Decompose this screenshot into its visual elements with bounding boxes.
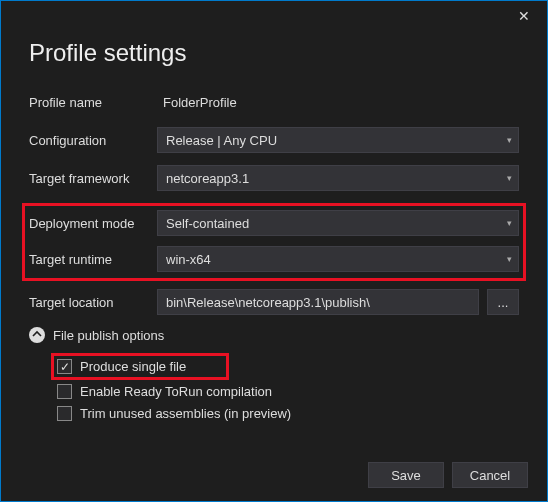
profile-name-label: Profile name [29, 95, 157, 110]
deployment-mode-dropdown[interactable]: Self-contained ▾ [157, 210, 519, 236]
deployment-mode-value: Self-contained [166, 216, 249, 231]
ready-to-run-checkbox[interactable] [57, 384, 72, 399]
file-publish-options-label: File publish options [53, 328, 164, 343]
save-button[interactable]: Save [368, 462, 444, 488]
browse-button[interactable]: ... [487, 289, 519, 315]
chevron-down-icon: ▾ [507, 135, 512, 145]
target-location-value: bin\Release\netcoreapp3.1\publish\ [166, 295, 370, 310]
deployment-mode-label: Deployment mode [29, 216, 157, 231]
target-runtime-dropdown[interactable]: win-x64 ▾ [157, 246, 519, 272]
target-location-label: Target location [29, 295, 157, 310]
profile-name-value: FolderProfile [157, 95, 237, 110]
file-publish-options-expander[interactable]: File publish options [29, 327, 519, 343]
cancel-button[interactable]: Cancel [452, 462, 528, 488]
produce-single-file-checkbox[interactable] [57, 359, 72, 374]
chevron-up-icon [29, 327, 45, 343]
ready-to-run-label: Enable Ready ToRun compilation [80, 384, 272, 399]
configuration-label: Configuration [29, 133, 157, 148]
target-framework-dropdown[interactable]: netcoreapp3.1 ▾ [157, 165, 519, 191]
target-location-input[interactable]: bin\Release\netcoreapp3.1\publish\ [157, 289, 479, 315]
chevron-down-icon: ▾ [507, 254, 512, 264]
configuration-dropdown[interactable]: Release | Any CPU ▾ [157, 127, 519, 153]
trim-unused-label: Trim unused assemblies (in preview) [80, 406, 291, 421]
trim-unused-checkbox[interactable] [57, 406, 72, 421]
chevron-down-icon: ▾ [507, 173, 512, 183]
close-icon[interactable]: ✕ [509, 1, 539, 31]
highlight-deployment-runtime: Deployment mode Self-contained ▾ Target … [22, 203, 526, 281]
highlight-single-file: Produce single file [51, 353, 229, 380]
page-title: Profile settings [29, 39, 519, 67]
target-runtime-label: Target runtime [29, 252, 157, 267]
target-framework-value: netcoreapp3.1 [166, 171, 249, 186]
produce-single-file-label: Produce single file [80, 359, 186, 374]
target-framework-label: Target framework [29, 171, 157, 186]
target-runtime-value: win-x64 [166, 252, 211, 267]
configuration-value: Release | Any CPU [166, 133, 277, 148]
chevron-down-icon: ▾ [507, 218, 512, 228]
